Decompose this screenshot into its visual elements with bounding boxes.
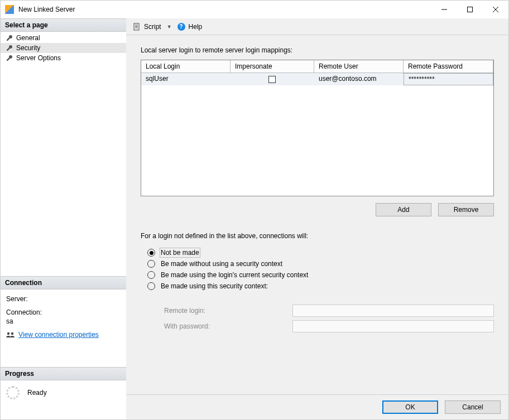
connection-header: Connection: [1, 276, 126, 289]
progress-body: Ready: [1, 380, 126, 405]
sidebar-item-label: Server Options: [16, 54, 61, 62]
wrench-icon: [6, 45, 13, 51]
col-remote-user[interactable]: Remote User: [314, 60, 404, 73]
connection-radio-group: Not be made Be made without using a secu…: [141, 245, 494, 293]
progress-header: Progress: [1, 367, 126, 380]
minimize-button[interactable]: [431, 1, 457, 18]
not-defined-label: For a login not defined in the list abov…: [141, 232, 494, 240]
remote-login-input[interactable]: [292, 305, 494, 317]
script-dropdown-arrow[interactable]: ▼: [167, 24, 172, 30]
cell-local-login[interactable]: sqlUser: [141, 73, 231, 85]
body-area: Select a page General Security: [1, 18, 508, 419]
col-impersonate[interactable]: Impersonate: [231, 60, 314, 73]
main-panel: Script ▼ ? Help Local server login to re…: [126, 18, 508, 419]
cancel-button[interactable]: Cancel: [445, 400, 501, 414]
with-password-label: With password:: [164, 322, 292, 330]
sidebar-item-server-options[interactable]: Server Options: [1, 53, 126, 63]
progress-status: Ready: [27, 389, 47, 397]
radio-label: Be made using this security context:: [161, 282, 268, 290]
window-title: New Linked Server: [18, 6, 431, 13]
sidebar-item-general[interactable]: General: [1, 33, 126, 43]
dialog-footer: OK Cancel: [126, 394, 508, 419]
wrench-icon: [6, 35, 13, 41]
maximize-button[interactable]: [457, 1, 483, 18]
cell-remote-user[interactable]: user@contoso.com: [314, 73, 404, 85]
impersonate-checkbox[interactable]: [268, 76, 276, 83]
radio-this-security-context[interactable]: Be made using this security context:: [147, 282, 494, 290]
help-button[interactable]: Help: [189, 23, 203, 31]
close-button[interactable]: [483, 1, 508, 18]
view-connection-properties-link[interactable]: View connection properties: [6, 331, 99, 339]
radio-no-security-context[interactable]: Be made without using a security context: [147, 260, 494, 268]
radio-icon[interactable]: [147, 260, 155, 268]
col-local-login[interactable]: Local Login: [141, 60, 231, 73]
remove-button[interactable]: Remove: [438, 203, 494, 216]
script-button[interactable]: Script: [144, 23, 161, 31]
view-connection-properties-text: View connection properties: [18, 331, 99, 339]
server-label: Server:: [6, 295, 121, 303]
svg-rect-1: [468, 7, 473, 12]
script-icon: [133, 23, 141, 31]
radio-label: Be made without using a security context: [161, 260, 282, 268]
login-mappings-grid[interactable]: Local Login Impersonate Remote User Remo…: [141, 60, 494, 196]
sidebar: Select a page General Security: [1, 18, 126, 419]
radio-icon[interactable]: [147, 282, 155, 290]
people-icon: [6, 332, 15, 337]
security-context-fields: Remote login: With password:: [141, 301, 494, 336]
sidebar-item-security[interactable]: Security: [1, 43, 126, 53]
svg-point-4: [7, 332, 9, 335]
connection-body: Server: Connection: sa View connection p…: [1, 289, 126, 345]
app-icon: [5, 5, 14, 14]
window-controls: [431, 1, 508, 18]
with-password-input[interactable]: [292, 320, 494, 332]
grid-row[interactable]: sqlUser user@contoso.com **********: [141, 73, 493, 85]
radio-label: Be made using the login's current securi…: [161, 271, 308, 279]
connection-label: Connection:: [6, 308, 121, 316]
radio-label: Not be made: [161, 249, 199, 257]
select-page-header: Select a page: [1, 18, 126, 32]
remote-login-row: Remote login:: [164, 305, 494, 317]
toolbar: Script ▼ ? Help: [126, 18, 508, 35]
progress-spinner-icon: [6, 386, 20, 399]
svg-point-5: [11, 332, 13, 335]
radio-icon[interactable]: [147, 249, 155, 257]
add-button[interactable]: Add: [376, 203, 431, 216]
col-remote-password[interactable]: Remote Password: [404, 60, 493, 73]
radio-icon[interactable]: [147, 271, 155, 279]
ok-button[interactable]: OK: [382, 400, 438, 414]
radio-not-be-made[interactable]: Not be made: [147, 249, 494, 257]
remote-login-label: Remote login:: [164, 307, 292, 315]
dialog-window: New Linked Server Select a page Gener: [0, 0, 509, 420]
mappings-label: Local server login to remote server logi…: [141, 46, 494, 54]
with-password-row: With password:: [164, 320, 494, 332]
help-icon: ?: [177, 23, 185, 31]
grid-header: Local Login Impersonate Remote User Remo…: [141, 60, 493, 73]
wrench-icon: [6, 55, 13, 61]
radio-current-security-context[interactable]: Be made using the login's current securi…: [147, 271, 494, 279]
cell-remote-password[interactable]: **********: [404, 73, 493, 85]
cell-impersonate[interactable]: [231, 73, 314, 85]
page-list: General Security Server Options: [1, 32, 126, 64]
grid-buttons: Add Remove: [141, 203, 494, 216]
connection-value: sa: [6, 317, 121, 325]
sidebar-item-label: Security: [16, 44, 40, 52]
sidebar-item-label: General: [16, 34, 40, 42]
titlebar: New Linked Server: [1, 1, 508, 18]
content: Local server login to remote server logi…: [126, 35, 508, 394]
